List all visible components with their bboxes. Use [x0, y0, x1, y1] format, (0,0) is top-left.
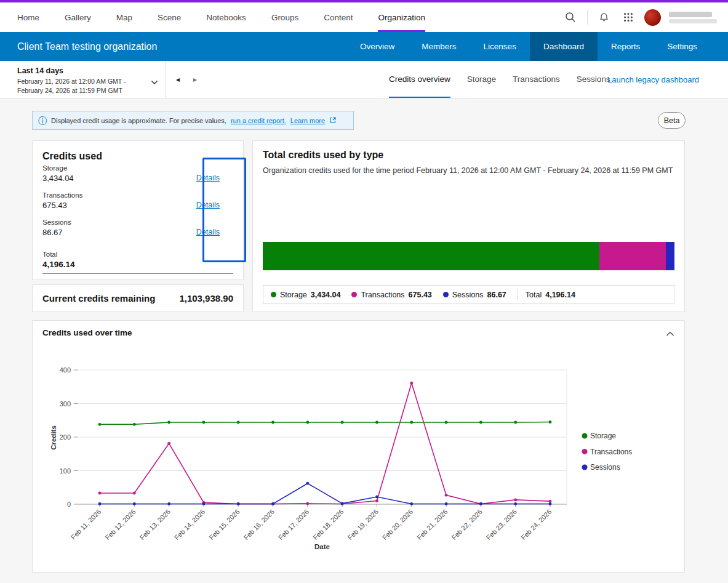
bar-segment-storage	[263, 242, 599, 270]
svg-text:Feb 12, 2026: Feb 12, 2026	[103, 508, 137, 541]
top-nav: Home Gallery Map Scene Notebooks Groups …	[0, 0, 728, 32]
credits-used-rows: Storage 3,434.04 Details Transactions 67…	[42, 164, 233, 274]
credits-used-card: Credits used Storage 3,434.04 Details Tr…	[32, 140, 244, 280]
svg-text:300: 300	[60, 400, 71, 408]
sessions-details-link[interactable]: Details	[196, 228, 220, 236]
credits-row-total: Total 4,196.14	[42, 251, 233, 274]
nav-divider	[587, 10, 588, 25]
svg-text:100: 100	[60, 467, 71, 475]
row-label: Storage	[42, 164, 74, 172]
learn-more-link[interactable]: Learn more	[290, 117, 325, 124]
total-label: Total	[42, 251, 233, 258]
date-range-selector[interactable]: Last 14 days February 11, 2026 at 12:00 …	[0, 61, 166, 98]
org-tab-members[interactable]: Members	[408, 32, 470, 61]
legend-label: Total	[526, 291, 542, 299]
legend-transactions: Transactions 675.43	[351, 291, 431, 299]
run-credit-report-link[interactable]: run a credit report.	[231, 117, 286, 124]
by-type-title: Total credits used by type	[263, 150, 674, 161]
svg-text:Feb 21, 2026: Feb 21, 2026	[415, 508, 449, 541]
current-credits-card: Current credits remaining 1,103,938.90	[32, 284, 244, 312]
stacked-bar-legend: Storage 3,434.04 Transactions 675.43 Ses…	[263, 285, 674, 304]
nav-content[interactable]: Content	[324, 2, 353, 32]
bar-segment-sessions	[666, 242, 674, 270]
svg-text:Feb 17, 2026: Feb 17, 2026	[277, 508, 310, 541]
svg-text:400: 400	[60, 366, 71, 374]
legend-divider	[518, 289, 518, 300]
svg-text:Sessions: Sessions	[590, 463, 620, 472]
svg-text:200: 200	[60, 433, 71, 441]
nav-groups[interactable]: Groups	[271, 2, 298, 32]
credits-row-transactions: Transactions 675.43 Details	[42, 191, 233, 219]
org-tab-overview[interactable]: Overview	[346, 32, 408, 61]
legend-sessions: Sessions 86.67	[443, 291, 506, 299]
svg-text:0: 0	[67, 501, 71, 508]
svg-text:Credits: Credits	[50, 425, 57, 450]
org-header: Client Team testing organization Overvie…	[0, 32, 728, 61]
svg-text:Date: Date	[314, 543, 330, 550]
org-tab-dashboard[interactable]: Dashboard	[530, 32, 598, 61]
row-label: Transactions	[42, 191, 82, 199]
svg-text:Storage: Storage	[590, 432, 616, 440]
svg-text:Feb 20, 2026: Feb 20, 2026	[381, 508, 414, 541]
user-name-redacted	[669, 12, 717, 23]
tab-storage[interactable]: Storage	[467, 61, 496, 98]
bar-segment-transactions	[599, 242, 666, 270]
sessions-dot	[443, 292, 449, 297]
external-link-icon	[329, 116, 337, 125]
credits-over-time-chart: 0100200300400Feb 11, 2026Feb 12, 2026Feb…	[33, 321, 684, 572]
svg-text:Feb 14, 2026: Feb 14, 2026	[173, 508, 206, 541]
search-icon[interactable]	[562, 9, 579, 26]
credits-over-time-card: 0100200300400Feb 11, 2026Feb 12, 2026Feb…	[32, 320, 685, 573]
user-avatar[interactable]	[644, 9, 661, 26]
svg-text:Feb 13, 2026: Feb 13, 2026	[138, 508, 172, 541]
org-tab-reports[interactable]: Reports	[598, 32, 654, 61]
svg-text:Feb 24, 2026: Feb 24, 2026	[519, 508, 553, 541]
user-name-line	[669, 12, 712, 17]
collapse-chevron-icon[interactable]	[662, 326, 678, 342]
svg-text:Feb 16, 2026: Feb 16, 2026	[242, 508, 276, 541]
transactions-dot	[351, 292, 357, 297]
user-email-line	[669, 19, 717, 23]
nav-home[interactable]: Home	[17, 2, 39, 32]
nav-gallery[interactable]: Gallery	[65, 2, 91, 32]
nav-scene[interactable]: Scene	[158, 2, 181, 32]
dashboard-tabs: Credits overview Storage Transactions Se…	[389, 61, 610, 98]
org-tab-licenses[interactable]: Licenses	[470, 32, 530, 61]
legend-value: 675.43	[409, 291, 432, 299]
launch-legacy-dashboard-link[interactable]: Launch legacy dashboard	[607, 61, 699, 98]
credits-row-storage: Storage 3,434.04 Details	[42, 164, 233, 191]
tab-transactions[interactable]: Transactions	[513, 61, 560, 98]
over-time-title: Credits used over time	[42, 328, 132, 337]
storage-dot	[271, 292, 276, 297]
row-label: Sessions	[42, 219, 71, 226]
legend-total: Total 4,196.14	[526, 291, 575, 299]
legend-label: Sessions	[452, 291, 484, 299]
notifications-bell-icon[interactable]	[596, 9, 612, 26]
top-nav-items: Home Gallery Map Scene Notebooks Groups …	[17, 2, 425, 32]
tab-credits-overview[interactable]: Credits overview	[389, 61, 450, 98]
transactions-details-link[interactable]: Details	[196, 201, 220, 209]
tab-sessions[interactable]: Sessions	[577, 61, 610, 98]
previous-period-button[interactable]: ◂	[174, 73, 182, 86]
info-icon: ⓘ	[38, 116, 47, 125]
page: Home Gallery Map Scene Notebooks Groups …	[0, 0, 728, 583]
legend-label: Transactions	[361, 291, 404, 299]
svg-text:Feb 23, 2026: Feb 23, 2026	[485, 508, 518, 541]
svg-text:Feb 18, 2026: Feb 18, 2026	[311, 508, 345, 541]
credits-used-title: Credits used	[42, 151, 233, 162]
date-range-value: February 11, 2026 at 12:00 AM GMT - Febr…	[17, 77, 143, 95]
chevron-down-icon	[151, 76, 158, 87]
nav-organization[interactable]: Organization	[378, 2, 425, 32]
svg-text:Feb 22, 2026: Feb 22, 2026	[450, 508, 483, 541]
org-tab-settings[interactable]: Settings	[654, 32, 711, 61]
row-value: 675.43	[42, 201, 82, 210]
nav-map[interactable]: Map	[116, 2, 132, 32]
dashboard-subheader: Last 14 days February 11, 2026 at 12:00 …	[0, 61, 728, 99]
next-period-button[interactable]: ▸	[191, 73, 199, 86]
legend-storage: Storage 3,434.04	[271, 291, 340, 299]
top-nav-right	[562, 2, 717, 32]
nav-notebooks[interactable]: Notebooks	[206, 2, 246, 32]
beta-badge: Beta	[658, 112, 686, 129]
app-launcher-grid-icon[interactable]	[620, 9, 636, 25]
storage-details-link[interactable]: Details	[196, 174, 220, 182]
